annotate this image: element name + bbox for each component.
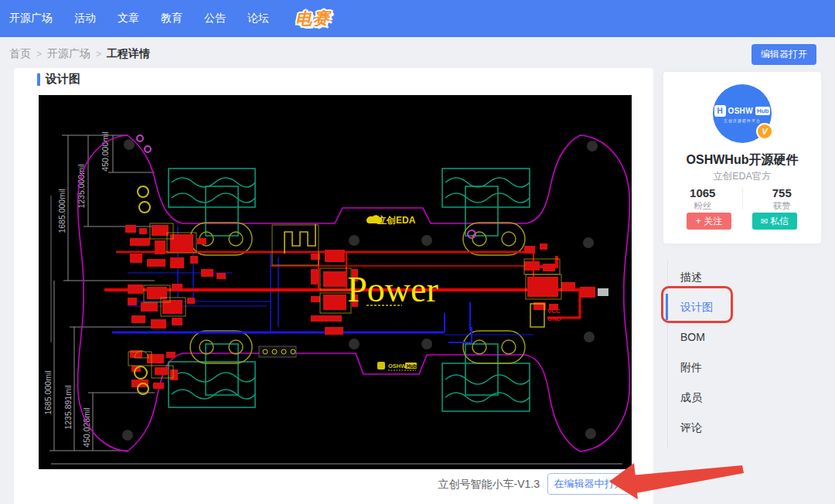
svg-text:Hub: Hub — [407, 363, 417, 369]
breadcrumb-separator: > — [96, 49, 101, 60]
verified-badge-icon: V — [756, 123, 773, 140]
power-label: Power — [347, 270, 438, 309]
pcb-design-image: 1685.000mil 1235.000mil 450.000mil 1685.… — [39, 95, 632, 469]
page: 开源广场 活动 文章 教育 公告 论坛 电赛 首页 > 开源广场 > 工程详情 … — [0, 0, 835, 504]
nav-item-announcement[interactable]: 公告 — [204, 12, 226, 26]
breadcrumb-separator: > — [36, 49, 42, 60]
dim-label: 1235.891mil — [63, 385, 73, 429]
section-header: 设计图 — [37, 72, 80, 87]
message-button[interactable]: ✉ 私信 — [752, 213, 797, 230]
author-profile-card: H OSHW Hub 立创开源硬件平台 V OSHWHub开源硬件 立创EDA官… — [663, 72, 821, 243]
menu-item-attachments[interactable]: 附件 — [680, 361, 742, 376]
author-name[interactable]: OSHWHub开源硬件 — [663, 152, 821, 169]
gnd-label: GND — [547, 315, 561, 322]
project-version-name: 立创号智能小车-V1.3 — [418, 478, 540, 492]
breadcrumb-current: 工程详情 — [107, 47, 150, 61]
nav-item-articles[interactable]: 文章 — [118, 12, 139, 26]
power-switch — [598, 288, 608, 296]
lceda-logo-text: 立创EDA — [377, 215, 416, 226]
breadcrumb: 首页 > 开源广场 > 工程详情 — [9, 47, 150, 61]
pin-header — [259, 346, 296, 357]
open-editor-button[interactable]: 编辑器打开 — [752, 44, 816, 65]
section-accent-bar — [37, 73, 40, 86]
menu-item-description[interactable]: 描述 — [680, 271, 742, 286]
avatar-brand-subtext: 立创开源硬件平台 — [724, 118, 761, 123]
avatar-brand-text: OSHW — [728, 107, 753, 115]
contest-logo[interactable]: 电赛 — [295, 7, 332, 30]
nav-item-open-square[interactable]: 开源广场 — [9, 12, 53, 26]
section-title: 设计图 — [46, 72, 80, 87]
svg-text:OSHW: OSHW — [388, 363, 407, 369]
avatar-brand-hub: Hub — [755, 107, 771, 115]
author-stats: 1065 粉丝 755 获赞 — [663, 186, 821, 212]
nav-item-forum[interactable]: 论坛 — [247, 12, 269, 26]
annotation-highlight-box — [661, 286, 733, 323]
stat-likes: 755 获赞 — [743, 186, 822, 212]
dim-label: 1685.000mil — [57, 189, 66, 233]
dim-label: 450.000mil — [101, 131, 110, 171]
top-nav: 开源广场 活动 文章 教育 公告 论坛 电赛 — [0, 0, 835, 37]
breadcrumb-home[interactable]: 首页 — [9, 47, 31, 61]
annotation-arrow — [603, 458, 746, 504]
menu-item-comments[interactable]: 评论 — [680, 421, 742, 437]
author-subtitle: 立创EDA官方 — [663, 170, 821, 183]
vcc-label: VCC — [547, 308, 561, 315]
nav-item-activity[interactable]: 活动 — [74, 12, 96, 26]
menu-item-bom[interactable]: BOM — [680, 331, 742, 346]
nav-item-education[interactable]: 教育 — [161, 12, 182, 26]
oshwhub-logo-icon: H — [714, 105, 726, 117]
envelope-icon: ✉ — [761, 216, 768, 226]
breadcrumb-parent[interactable]: 开源广场 — [47, 47, 90, 61]
dim-label: 1685.000mil — [43, 370, 53, 414]
stat-followers: 1065 粉丝 — [663, 186, 742, 212]
follow-button[interactable]: + 关注 — [687, 213, 731, 230]
menu-item-members[interactable]: 成员 — [680, 391, 742, 407]
